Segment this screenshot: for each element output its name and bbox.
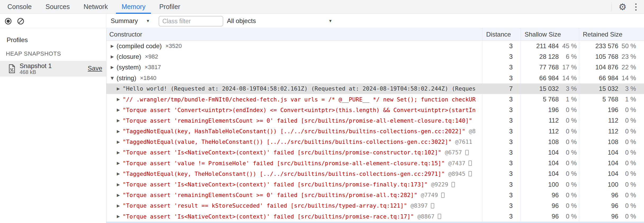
constructor-cell: ▶ (system) ×3817 — [106, 62, 482, 73]
shallow-size-percent: 14 % — [559, 74, 577, 82]
retained-size-percent: 0 % — [618, 191, 636, 199]
shallow-size-cell: 211 484 45 % — [521, 41, 579, 51]
class-filter-input[interactable] — [159, 16, 223, 26]
disclosure-arrow-icon[interactable]: ▶ — [111, 44, 117, 48]
heap-table-row[interactable]: ▶ "Torque assert 'Is<NativeContext>(cont… — [106, 147, 644, 158]
shallow-size-percent: 0 % — [559, 191, 577, 199]
heap-table-row[interactable]: ▼ (string) ×1840 3 66 984 14 % 66 984 14… — [106, 73, 644, 83]
heap-snapshots-heading: HEAP SNAPSHOTS — [6, 50, 106, 57]
retained-size-value: 104 — [608, 170, 618, 177]
tab-profiler[interactable]: Profiler — [154, 0, 186, 14]
disclosure-arrow-icon[interactable]: ▶ — [117, 182, 123, 187]
retained-size-cell: 66 984 14 % — [579, 73, 644, 83]
disclosure-arrow-icon[interactable]: ▶ — [117, 203, 123, 208]
sidebar-item-snapshot-1[interactable]: Snapshot 1 468 kB Save — [0, 61, 106, 77]
retained-size-cell: 108 0 % — [579, 137, 644, 147]
chevron-down-icon: ▼ — [146, 19, 150, 23]
shallow-size-value: 77 768 — [539, 64, 559, 71]
string-value: "// .wrangler/tmp/bundle-FmNIt0/checked-… — [123, 96, 476, 103]
shallow-size-cell: 15 032 3 % — [521, 83, 579, 94]
grid-header-row: Constructor Distance Shallow Size Retain… — [106, 28, 644, 41]
retained-size-value: 108 — [608, 138, 618, 146]
object-id: @8397 — [410, 202, 428, 209]
distance-cell: 3 — [482, 73, 521, 83]
retained-size-percent: 3 % — [618, 85, 636, 92]
perspective-select[interactable]: Summary ▼ — [106, 14, 154, 28]
heap-table-row[interactable]: ▶ "Torque assert 'Convert<uintptr>(endIn… — [106, 105, 644, 115]
save-snapshot-link[interactable]: Save — [88, 65, 102, 72]
column-header-shallow-size[interactable]: Shallow Size — [521, 28, 579, 41]
disclosure-arrow-icon[interactable]: ▶ — [117, 161, 123, 166]
disclosure-arrow-icon[interactable]: ▶ — [117, 118, 123, 123]
heap-table-row[interactable]: ▶ (system) ×3817 3 77 768 17 % 104 876 2… — [106, 62, 644, 73]
disclosure-arrow-icon[interactable]: ▶ — [111, 54, 117, 59]
column-header-constructor[interactable]: Constructor — [106, 28, 482, 41]
shallow-size-cell: 108 0 % — [521, 137, 579, 147]
object-id: @7611 — [455, 139, 472, 145]
heap-table-row[interactable]: ▶ "Torque assert 'result == kStoreSucced… — [106, 200, 644, 211]
tab-label: Console — [7, 3, 32, 11]
retained-size-percent: 0 % — [618, 159, 636, 167]
retained-size-value: 15 032 — [599, 85, 618, 92]
retained-size-cell: 5 768 1 % — [579, 94, 644, 105]
retained-size-percent: 23 % — [618, 53, 636, 60]
devtools-tab-bar: Console Sources Network Memory Profiler … — [0, 0, 644, 14]
object-id: @6757 — [445, 149, 462, 156]
tab-memory[interactable]: Memory — [116, 0, 151, 14]
disclosure-arrow-icon[interactable]: ▶ — [117, 129, 123, 134]
disclosure-arrow-icon[interactable]: ▶ — [117, 214, 123, 219]
more-options-button[interactable] — [630, 0, 642, 14]
heap-table-row[interactable]: ▶ (compiled code) ×3520 3 211 484 45 % 2… — [106, 41, 644, 51]
disclosure-arrow-icon[interactable]: ▶ — [117, 97, 123, 102]
distance-cell: 3 — [482, 94, 521, 105]
heap-table-row[interactable]: ▶ "Torque assert 'value != PromiseHole' … — [106, 158, 644, 168]
disclosure-arrow-icon[interactable]: ▶ — [117, 150, 123, 155]
disclosure-arrow-icon[interactable]: ▶ — [117, 140, 123, 144]
object-scope-select[interactable]: All objects ▼ — [224, 14, 339, 28]
snapshot-name: Snapshot 1 — [20, 63, 52, 69]
distance-cell: 3 — [482, 200, 521, 211]
heap-table-row[interactable]: ▶ "Torque assert 'remainingElementsCount… — [106, 115, 644, 126]
constructor-cell: ▶ "TaggedNotEqual(key, HashTableHoleCons… — [106, 126, 482, 137]
tab-console[interactable]: Console — [2, 0, 37, 14]
disclosure-arrow-icon[interactable]: ▶ — [111, 65, 117, 70]
retained-size-cell: 100 0 % — [579, 179, 644, 190]
disclosure-arrow-icon[interactable]: ▶ — [117, 108, 123, 112]
disclosure-arrow-icon[interactable]: ▼ — [111, 76, 117, 81]
disclosure-arrow-icon[interactable]: ▶ — [117, 193, 123, 198]
retained-size-percent: 0 % — [618, 213, 636, 220]
settings-button[interactable]: ⚙ — [615, 0, 630, 14]
shallow-size-percent: 0 % — [559, 181, 577, 188]
tab-label: Network — [83, 3, 108, 11]
retained-size-cell: 104 0 % — [579, 158, 644, 168]
heap-table-row[interactable]: ▶ "Hello world! (Requested at: 2024-08-1… — [106, 83, 644, 94]
heap-table-row[interactable]: ▶ (closure) ×982 3 28 128 6 % 105 768 23… — [106, 51, 644, 62]
distance-cell: 3 — [482, 115, 521, 126]
instance-count: ×982 — [145, 53, 158, 60]
heap-table-row[interactable]: ▶ "Torque assert 'Is<NativeContext>(cont… — [106, 211, 644, 222]
disclosure-arrow-icon[interactable]: ▶ — [117, 86, 123, 91]
heap-table-row[interactable]: ▶ "// .wrangler/tmp/bundle-FmNIt0/checke… — [106, 94, 644, 105]
column-header-retained-size[interactable]: Retained Size — [579, 28, 644, 41]
heap-table-row[interactable]: ▶ "Torque assert 'Is<NativeContext>(cont… — [106, 179, 644, 190]
constructor-name: (compiled code) — [117, 42, 162, 50]
constructor-cell: ▶ "Torque assert 'Is<NativeContext>(cont… — [106, 147, 482, 158]
missing-glyph-box-icon — [441, 193, 445, 198]
heap-table-row[interactable]: ▶ "Torque assert 'remainingElementsCount… — [106, 190, 644, 200]
clear-icon — [17, 17, 25, 25]
take-heap-snapshot-button[interactable] — [4, 17, 12, 25]
retained-size-value: 112 — [608, 128, 618, 135]
profiles-title: Profiles — [7, 36, 106, 44]
object-id: @7749 — [421, 192, 438, 198]
disclosure-arrow-icon[interactable]: ▶ — [117, 171, 123, 176]
column-header-distance[interactable]: Distance — [482, 28, 521, 41]
shallow-size-cell: 112 0 % — [521, 126, 579, 137]
heap-table-row[interactable]: ▶ "TaggedNotEqual(value, TheHoleConstant… — [106, 137, 644, 147]
tab-network[interactable]: Network — [78, 0, 113, 14]
tab-sources[interactable]: Sources — [40, 0, 75, 14]
shallow-size-value: 104 — [548, 149, 559, 156]
clear-profiles-button[interactable] — [17, 17, 25, 25]
heap-table-row[interactable]: ▶ "TaggedNotEqual(key, TheHoleConstant()… — [106, 168, 644, 179]
heap-table-row[interactable]: ▶ "TaggedNotEqual(key, HashTableHoleCons… — [106, 126, 644, 137]
distance-cell: 3 — [482, 62, 521, 73]
